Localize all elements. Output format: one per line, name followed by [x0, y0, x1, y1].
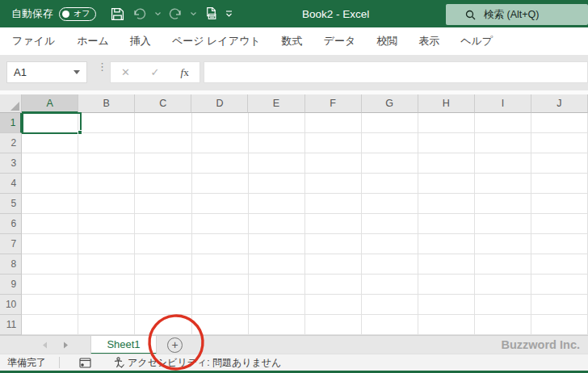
cell-B8[interactable]: [78, 254, 135, 275]
cell-B2[interactable]: [78, 133, 135, 153]
cell-C3[interactable]: [135, 153, 191, 174]
cell-J10[interactable]: [531, 295, 588, 315]
cell-E9[interactable]: [249, 275, 305, 295]
cell-G9[interactable]: [362, 275, 418, 295]
tab-help[interactable]: ヘルプ: [450, 27, 503, 55]
cell-A3[interactable]: [22, 153, 78, 174]
cell-H10[interactable]: [418, 295, 475, 315]
formula-input[interactable]: [204, 61, 588, 83]
cell-D11[interactable]: [192, 315, 249, 335]
cell-I2[interactable]: [475, 133, 531, 153]
cell-C10[interactable]: [135, 295, 191, 315]
cell-D6[interactable]: [192, 214, 249, 234]
cell-A4[interactable]: [22, 174, 78, 194]
cell-H11[interactable]: [418, 315, 475, 335]
cell-A1[interactable]: [22, 113, 78, 133]
cell-D7[interactable]: [192, 234, 249, 254]
cell-F7[interactable]: [305, 234, 362, 254]
cell-H6[interactable]: [418, 214, 475, 234]
cell-G10[interactable]: [362, 295, 418, 315]
cell-J4[interactable]: [531, 174, 588, 194]
cell-B10[interactable]: [78, 295, 135, 315]
accessibility-status[interactable]: アクセシビリティ: 問題ありません: [114, 356, 281, 370]
cell-J8[interactable]: [531, 254, 588, 275]
cell-B7[interactable]: [78, 234, 135, 254]
cell-A11[interactable]: [22, 315, 78, 335]
cell-A6[interactable]: [22, 214, 78, 234]
cell-I4[interactable]: [475, 174, 531, 194]
prev-sheet-icon[interactable]: [42, 341, 48, 349]
cell-C6[interactable]: [135, 214, 191, 234]
enter-icon[interactable]: ✓: [144, 66, 166, 78]
row-header-9[interactable]: 9: [0, 275, 22, 295]
select-all-button[interactable]: [0, 94, 22, 113]
cell-A5[interactable]: [22, 194, 78, 214]
insert-function-icon[interactable]: fx: [174, 66, 196, 79]
cell-I9[interactable]: [475, 275, 531, 295]
column-header-I[interactable]: I: [475, 94, 531, 113]
cell-J6[interactable]: [531, 214, 588, 234]
cell-G6[interactable]: [362, 214, 418, 234]
redo-dropdown-icon[interactable]: [188, 6, 198, 22]
cell-F3[interactable]: [305, 153, 362, 174]
cell-F1[interactable]: [305, 113, 362, 133]
tab-view[interactable]: 表示: [408, 27, 450, 55]
cell-J9[interactable]: [531, 275, 588, 295]
column-header-J[interactable]: J: [531, 94, 588, 113]
cell-H3[interactable]: [418, 153, 475, 174]
cell-I8[interactable]: [475, 254, 531, 275]
cell-D10[interactable]: [192, 295, 249, 315]
cell-I6[interactable]: [475, 214, 531, 234]
cell-G4[interactable]: [362, 174, 418, 194]
tab-insert[interactable]: 挿入: [120, 27, 162, 55]
cell-B11[interactable]: [78, 315, 135, 335]
cell-D5[interactable]: [192, 194, 249, 214]
cell-J2[interactable]: [531, 133, 588, 153]
column-header-A[interactable]: A: [22, 94, 78, 113]
column-header-F[interactable]: F: [305, 94, 362, 113]
cell-F9[interactable]: [305, 275, 362, 295]
column-header-H[interactable]: H: [418, 94, 475, 113]
cell-H9[interactable]: [418, 275, 475, 295]
cell-D8[interactable]: [192, 254, 249, 275]
cell-I1[interactable]: [475, 113, 531, 133]
row-header-3[interactable]: 3: [0, 153, 22, 174]
cell-B4[interactable]: [78, 174, 135, 194]
cell-F2[interactable]: [305, 133, 362, 153]
cancel-icon[interactable]: ✕: [114, 66, 136, 78]
cell-I10[interactable]: [475, 295, 531, 315]
cell-D2[interactable]: [192, 133, 249, 153]
formula-bar-splitter[interactable]: ⋮: [97, 65, 102, 69]
cell-F11[interactable]: [305, 315, 362, 335]
row-header-6[interactable]: 6: [0, 214, 22, 234]
quick-print-icon[interactable]: [201, 4, 220, 23]
cell-F6[interactable]: [305, 214, 362, 234]
autosave-control[interactable]: 自動保存 オフ: [11, 7, 96, 21]
row-header-4[interactable]: 4: [0, 174, 22, 194]
cell-H5[interactable]: [418, 194, 475, 214]
column-header-E[interactable]: E: [248, 94, 304, 113]
cell-E8[interactable]: [249, 254, 305, 275]
cell-A9[interactable]: [22, 275, 78, 295]
cell-C1[interactable]: [135, 113, 191, 133]
cell-B3[interactable]: [78, 153, 135, 174]
cell-E5[interactable]: [249, 194, 305, 214]
cell-G1[interactable]: [362, 113, 418, 133]
cell-I5[interactable]: [475, 194, 531, 214]
cell-C5[interactable]: [135, 194, 191, 214]
column-header-B[interactable]: B: [78, 94, 135, 113]
cell-D4[interactable]: [192, 174, 249, 194]
column-header-D[interactable]: D: [191, 94, 248, 113]
cell-C11[interactable]: [135, 315, 191, 335]
cell-B1[interactable]: [78, 113, 135, 133]
cell-G11[interactable]: [362, 315, 418, 335]
column-header-C[interactable]: C: [135, 94, 191, 113]
cell-G7[interactable]: [362, 234, 418, 254]
cell-J1[interactable]: [531, 113, 588, 133]
cell-E2[interactable]: [249, 133, 305, 153]
cell-B9[interactable]: [78, 275, 135, 295]
tab-data[interactable]: データ: [313, 27, 367, 55]
cell-C2[interactable]: [135, 133, 191, 153]
row-header-8[interactable]: 8: [0, 254, 22, 275]
cell-A2[interactable]: [22, 133, 78, 153]
